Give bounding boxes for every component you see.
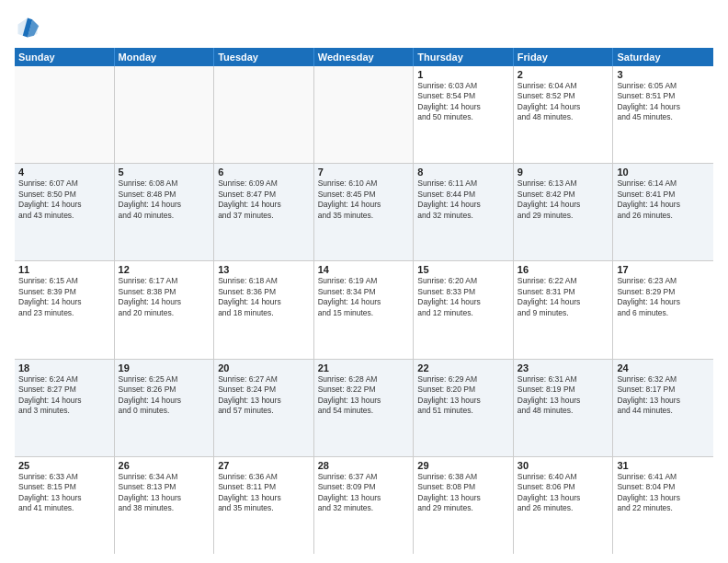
cell-text: Sunrise: 6:31 AM Sunset: 8:19 PM Dayligh… [518,374,609,417]
cell-text: Sunrise: 6:27 AM Sunset: 8:24 PM Dayligh… [218,374,310,417]
cal-cell-17: 17Sunrise: 6:23 AM Sunset: 8:29 PM Dayli… [613,261,713,358]
cal-header-tuesday: Tuesday [214,48,314,66]
day-number: 31 [617,460,710,471]
cal-cell-28: 28Sunrise: 6:37 AM Sunset: 8:09 PM Dayli… [314,457,415,554]
day-number: 24 [617,362,710,373]
cal-cell-6: 6Sunrise: 6:09 AM Sunset: 8:47 PM Daylig… [214,164,314,260]
day-number: 10 [617,167,710,178]
cal-cell-30: 30Sunrise: 6:40 AM Sunset: 8:06 PM Dayli… [514,457,614,554]
cell-text: Sunrise: 6:32 AM Sunset: 8:17 PM Dayligh… [617,374,710,417]
cal-cell-2: 2Sunrise: 6:04 AM Sunset: 8:52 PM Daylig… [514,66,614,163]
cell-text: Sunrise: 6:38 AM Sunset: 8:08 PM Dayligh… [417,472,509,514]
cell-text: Sunrise: 6:15 AM Sunset: 8:39 PM Dayligh… [18,276,110,318]
cal-cell-29: 29Sunrise: 6:38 AM Sunset: 8:08 PM Dayli… [414,457,514,554]
day-number: 18 [18,362,110,373]
day-number: 23 [518,362,609,373]
logo-icon [15,15,40,40]
day-number: 4 [18,167,110,178]
cal-cell-9: 9Sunrise: 6:13 AM Sunset: 8:42 PM Daylig… [514,164,614,260]
logo [15,15,44,40]
cell-text: Sunrise: 6:11 AM Sunset: 8:44 PM Dayligh… [417,178,509,221]
day-number: 20 [218,362,310,373]
cal-cell-20: 20Sunrise: 6:27 AM Sunset: 8:24 PM Dayli… [214,360,314,456]
day-number: 27 [218,460,310,471]
cell-text: Sunrise: 6:29 AM Sunset: 8:20 PM Dayligh… [417,374,509,417]
cal-cell-25: 25Sunrise: 6:33 AM Sunset: 8:15 PM Dayli… [15,457,115,554]
day-number: 21 [318,362,410,373]
cal-cell-11: 11Sunrise: 6:15 AM Sunset: 8:39 PM Dayli… [15,261,115,358]
page: SundayMondayTuesdayWednesdayThursdayFrid… [0,0,728,563]
day-number: 11 [18,264,110,275]
cell-text: Sunrise: 6:19 AM Sunset: 8:34 PM Dayligh… [318,276,410,318]
cal-cell-8: 8Sunrise: 6:11 AM Sunset: 8:44 PM Daylig… [414,164,514,260]
cal-cell-24: 24Sunrise: 6:32 AM Sunset: 8:17 PM Dayli… [613,360,713,456]
cell-text: Sunrise: 6:28 AM Sunset: 8:22 PM Dayligh… [318,374,410,417]
calendar-body: 1Sunrise: 6:03 AM Sunset: 8:54 PM Daylig… [15,66,713,554]
cell-text: Sunrise: 6:22 AM Sunset: 8:31 PM Dayligh… [518,276,609,318]
cal-week-1: 1Sunrise: 6:03 AM Sunset: 8:54 PM Daylig… [15,66,713,164]
day-number: 8 [417,167,509,178]
cal-cell-empty-0 [15,66,115,163]
day-number: 29 [417,460,509,471]
cal-cell-27: 27Sunrise: 6:36 AM Sunset: 8:11 PM Dayli… [214,457,314,554]
cal-week-3: 11Sunrise: 6:15 AM Sunset: 8:39 PM Dayli… [15,261,713,359]
cal-cell-31: 31Sunrise: 6:41 AM Sunset: 8:04 PM Dayli… [613,457,713,554]
cal-cell-15: 15Sunrise: 6:20 AM Sunset: 8:33 PM Dayli… [414,261,514,358]
cell-text: Sunrise: 6:18 AM Sunset: 8:36 PM Dayligh… [218,276,310,318]
cell-text: Sunrise: 6:04 AM Sunset: 8:52 PM Dayligh… [518,81,609,123]
cell-text: Sunrise: 6:13 AM Sunset: 8:42 PM Dayligh… [518,178,609,221]
cal-header-wednesday: Wednesday [314,48,415,66]
day-number: 26 [119,460,210,471]
calendar-header: SundayMondayTuesdayWednesdayThursdayFrid… [15,48,713,66]
cell-text: Sunrise: 6:05 AM Sunset: 8:51 PM Dayligh… [617,81,710,123]
cal-cell-13: 13Sunrise: 6:18 AM Sunset: 8:36 PM Dayli… [214,261,314,358]
cell-text: Sunrise: 6:08 AM Sunset: 8:48 PM Dayligh… [119,178,210,221]
cell-text: Sunrise: 6:36 AM Sunset: 8:11 PM Dayligh… [218,472,310,514]
day-number: 25 [18,460,110,471]
cal-cell-empty-3 [314,66,415,163]
cell-text: Sunrise: 6:33 AM Sunset: 8:15 PM Dayligh… [18,472,110,514]
day-number: 12 [119,264,210,275]
cal-cell-3: 3Sunrise: 6:05 AM Sunset: 8:51 PM Daylig… [613,66,713,163]
cal-week-5: 25Sunrise: 6:33 AM Sunset: 8:15 PM Dayli… [15,457,713,554]
cal-cell-5: 5Sunrise: 6:08 AM Sunset: 8:48 PM Daylig… [115,164,215,260]
cell-text: Sunrise: 6:20 AM Sunset: 8:33 PM Dayligh… [417,276,509,318]
cell-text: Sunrise: 6:34 AM Sunset: 8:13 PM Dayligh… [119,472,210,514]
cal-cell-18: 18Sunrise: 6:24 AM Sunset: 8:27 PM Dayli… [15,360,115,456]
day-number: 30 [518,460,609,471]
day-number: 7 [318,167,410,178]
cal-cell-21: 21Sunrise: 6:28 AM Sunset: 8:22 PM Dayli… [314,360,415,456]
cell-text: Sunrise: 6:24 AM Sunset: 8:27 PM Dayligh… [18,374,110,417]
cell-text: Sunrise: 6:40 AM Sunset: 8:06 PM Dayligh… [518,472,609,514]
cal-cell-26: 26Sunrise: 6:34 AM Sunset: 8:13 PM Dayli… [115,457,215,554]
cal-cell-1: 1Sunrise: 6:03 AM Sunset: 8:54 PM Daylig… [414,66,514,163]
day-number: 5 [119,167,210,178]
cell-text: Sunrise: 6:37 AM Sunset: 8:09 PM Dayligh… [318,472,410,514]
cell-text: Sunrise: 6:41 AM Sunset: 8:04 PM Dayligh… [617,472,710,514]
day-number: 19 [119,362,210,373]
cell-text: Sunrise: 6:09 AM Sunset: 8:47 PM Dayligh… [218,178,310,221]
cal-cell-7: 7Sunrise: 6:10 AM Sunset: 8:45 PM Daylig… [314,164,415,260]
day-number: 3 [617,69,710,80]
day-number: 13 [218,264,310,275]
day-number: 6 [218,167,310,178]
cal-cell-23: 23Sunrise: 6:31 AM Sunset: 8:19 PM Dayli… [514,360,614,456]
header [15,15,713,40]
cal-cell-4: 4Sunrise: 6:07 AM Sunset: 8:50 PM Daylig… [15,164,115,260]
cal-week-4: 18Sunrise: 6:24 AM Sunset: 8:27 PM Dayli… [15,360,713,457]
day-number: 9 [518,167,609,178]
day-number: 14 [318,264,410,275]
cal-cell-22: 22Sunrise: 6:29 AM Sunset: 8:20 PM Dayli… [414,360,514,456]
calendar: SundayMondayTuesdayWednesdayThursdayFrid… [15,48,713,554]
cal-header-monday: Monday [115,48,215,66]
day-number: 1 [417,69,509,80]
day-number: 2 [518,69,609,80]
cal-cell-empty-1 [115,66,215,163]
cal-cell-14: 14Sunrise: 6:19 AM Sunset: 8:34 PM Dayli… [314,261,415,358]
cell-text: Sunrise: 6:14 AM Sunset: 8:41 PM Dayligh… [617,178,710,221]
day-number: 17 [617,264,710,275]
cell-text: Sunrise: 6:07 AM Sunset: 8:50 PM Dayligh… [18,178,110,221]
cal-header-thursday: Thursday [414,48,514,66]
cal-cell-12: 12Sunrise: 6:17 AM Sunset: 8:38 PM Dayli… [115,261,215,358]
cell-text: Sunrise: 6:25 AM Sunset: 8:26 PM Dayligh… [119,374,210,417]
